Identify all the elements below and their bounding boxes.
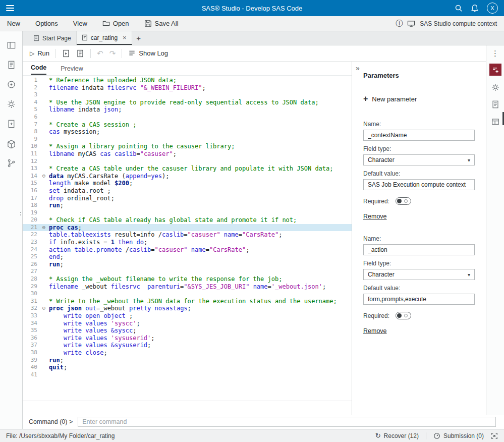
submit-file-icon[interactable] (62, 49, 70, 58)
tab-car-rating[interactable]: car_rating × (77, 31, 132, 45)
steps-icon[interactable] (6, 79, 17, 90)
compute-context-label[interactable]: SAS Studio compute context (420, 20, 497, 27)
menu-open[interactable]: Open (102, 20, 129, 27)
editor-line-35[interactable]: 35 write values &syscc; (23, 327, 352, 335)
param-name-input[interactable] (363, 244, 475, 255)
parameters-icon[interactable] (489, 64, 501, 76)
editor-line-13[interactable]: 13* Create a CAS table under the casuser… (23, 165, 352, 173)
editor-line-32[interactable]: 32⊖proc json out=_webout pretty nosastag… (23, 305, 352, 312)
remove-parameter-link[interactable]: Remove (363, 213, 387, 220)
default-value-input[interactable] (363, 294, 475, 305)
editor-line-36[interactable]: 36 write values 'sysuserid'; (23, 335, 352, 342)
remove-parameter-link[interactable]: Remove (363, 327, 387, 335)
close-icon[interactable]: × (123, 34, 127, 41)
editor-line-29[interactable]: 29filename _webout filesrvc parenturi="&… (23, 283, 352, 291)
redo-icon[interactable]: ↷ (109, 49, 116, 58)
tab-start-page[interactable]: Start Page (28, 31, 77, 45)
editor-line-30[interactable]: 30 (23, 290, 352, 298)
editor-line-15[interactable]: 15length make model $200; (23, 180, 352, 187)
properties-icon[interactable] (490, 116, 501, 127)
file-shortcuts-icon[interactable] (6, 118, 17, 129)
editor-line-31[interactable]: 31* Write to the _webout the JSON data f… (23, 298, 352, 305)
snippets-icon[interactable] (6, 59, 17, 70)
editor-line-11[interactable]: 11libname myCAS cas caslib="casuser"; (23, 150, 352, 158)
editor-line-21[interactable]: 21⊖proc cas; (23, 224, 352, 232)
menu-options[interactable]: Options (35, 20, 58, 27)
editor-line-23[interactable]: 23if info.exists = 1 then do; (23, 239, 352, 246)
default-value-input[interactable] (363, 179, 475, 190)
editor-line-26[interactable]: 26run; (23, 261, 352, 268)
add-tab-icon[interactable]: + (132, 31, 145, 45)
editor-line-6[interactable]: 6 (23, 114, 352, 121)
log-icon[interactable] (490, 99, 501, 110)
editor-line-39[interactable]: 39run; (23, 357, 352, 364)
menu-view[interactable]: View (73, 20, 87, 27)
editor-line-25[interactable]: 25end; (23, 253, 352, 261)
editor-line-18[interactable]: 18run; (23, 202, 352, 209)
editor-line-7[interactable]: 7* Create a CAS session ; (23, 121, 352, 129)
editor-line-3[interactable]: 3 (23, 91, 352, 99)
tab-preview[interactable]: Preview (61, 62, 83, 75)
editor-line-4[interactable]: 4* Use the JSON engine to provide read-o… (23, 99, 352, 106)
required-toggle[interactable] (396, 312, 411, 319)
editor-line-34[interactable]: 34 write values 'syscc'; (23, 320, 352, 327)
batch-submit-icon[interactable] (76, 49, 84, 58)
editor-line-19[interactable]: 19 (23, 209, 352, 217)
editor-line-10[interactable]: 10* Assign a library pointing to the cas… (23, 143, 352, 150)
panel-resize-grip[interactable] (20, 212, 21, 215)
new-parameter-button[interactable]: + New parameter (363, 94, 475, 103)
editor-line-20[interactable]: 20* Check if CAS table already has globa… (23, 216, 352, 224)
undo-icon[interactable]: ↶ (97, 49, 103, 58)
param-name-input[interactable] (363, 130, 475, 141)
editor-line-40[interactable]: 40quit; (23, 364, 352, 371)
editor-line-17[interactable]: 17drop ordinal_root; (23, 195, 352, 202)
more-options-icon[interactable]: ⋮ (491, 49, 499, 58)
editor-line-2[interactable]: 2filename indata filesrvc "&_WEBIN_FILEU… (23, 84, 352, 92)
menu-new[interactable]: New (7, 20, 20, 27)
open-files-icon[interactable] (6, 39, 17, 50)
show-log-button[interactable]: Show Log (128, 49, 168, 57)
editor-line-41[interactable]: 41 (23, 371, 352, 379)
editor-line-14[interactable]: 14⊖data myCAS.CarsRate (append=yes); (23, 173, 352, 180)
editor-line-37[interactable]: 37 write values &sysuserid; (23, 342, 352, 349)
settings-icon[interactable] (490, 82, 501, 93)
tasks-icon[interactable] (6, 98, 17, 109)
notifications-icon[interactable] (471, 4, 479, 12)
editor-line-8[interactable]: 8cas mysession; (23, 128, 352, 136)
tab-code[interactable]: Code (31, 62, 46, 75)
editor-line-1[interactable]: 1* Reference the uploaded JSON data; (23, 77, 352, 84)
editor-line-12[interactable]: 12 (23, 158, 352, 165)
git-icon[interactable] (6, 157, 17, 169)
code-editor[interactable]: 1* Reference the uploaded JSON data;2fil… (23, 76, 352, 401)
editor-line-38[interactable]: 38 write close; (23, 349, 352, 357)
info-icon[interactable]: ⓘ (396, 19, 403, 28)
collapse-panel-icon[interactable]: » (356, 64, 360, 72)
editor-line-16[interactable]: 16set indata.root ; (23, 187, 352, 195)
editor-line-28[interactable]: 28* Assign the _webout filename to write… (23, 275, 352, 283)
required-toggle[interactable] (396, 197, 411, 205)
user-avatar[interactable]: X (487, 3, 498, 14)
recover-button[interactable]: ↻ Recover (12) (375, 432, 419, 439)
editor-line-5[interactable]: 5libname indata json; (23, 106, 352, 114)
menu-save-all[interactable]: Save All (144, 20, 179, 27)
search-icon[interactable] (455, 4, 463, 12)
window-layout-icon[interactable] (491, 432, 498, 439)
code-text: write values 'syscc'; (48, 320, 352, 327)
submission-button[interactable]: Submission (0) (433, 432, 484, 439)
hamburger-menu-icon[interactable] (6, 5, 14, 11)
editor-line-9[interactable]: 9 (23, 136, 352, 143)
line-number: 21 (23, 224, 40, 232)
editor-line-33[interactable]: 33 write open object ; (23, 312, 352, 320)
run-button[interactable]: ▷ Run (30, 49, 49, 57)
program-file-icon (82, 34, 88, 41)
fold-icon[interactable]: ⊖ (40, 224, 48, 232)
editor-line-24[interactable]: 24action table.promote /caslib="casuser"… (23, 246, 352, 254)
editor-line-22[interactable]: 22table.tableexists result=info /caslib=… (23, 231, 352, 239)
fold-icon[interactable]: ⊖ (40, 173, 48, 180)
command-input[interactable] (78, 417, 496, 427)
libraries-icon[interactable] (6, 138, 17, 149)
editor-line-27[interactable]: 27 (23, 268, 352, 275)
fold-icon[interactable]: ⊖ (40, 305, 48, 312)
field-type-select[interactable]: Character ▾ (363, 154, 475, 165)
field-type-select[interactable]: Character ▾ (363, 269, 475, 280)
